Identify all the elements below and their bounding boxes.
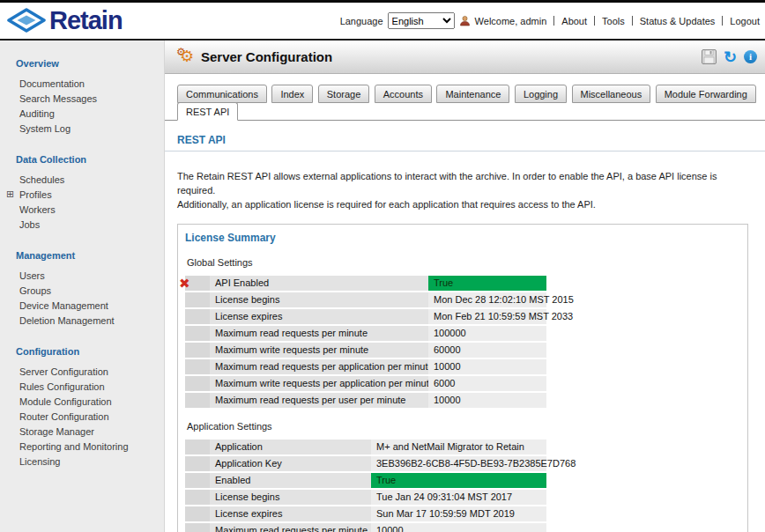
- sidebar-item-device-management[interactable]: Device Management: [0, 299, 164, 314]
- tab-index[interactable]: Index: [271, 85, 313, 103]
- row-status-cell: [185, 456, 210, 471]
- row-status-cell: [185, 473, 210, 488]
- description-line: The Retain REST API allows external appl…: [177, 170, 747, 198]
- license-summary-title: License Summary: [185, 232, 739, 244]
- sidebar-item-search-messages[interactable]: Search Messages: [0, 92, 164, 107]
- table-row: Application Key 3EB396B2-6CB8-4F5D-BE93-…: [185, 456, 739, 471]
- row-value: 10000: [371, 523, 546, 532]
- tools-link[interactable]: Tools: [602, 16, 625, 26]
- sidebar-item-storage-manager[interactable]: Storage Manager: [0, 425, 164, 440]
- tab-logging[interactable]: Logging: [515, 85, 567, 103]
- retain-logo[interactable]: Retain: [7, 7, 123, 33]
- refresh-button[interactable]: ↻: [724, 49, 737, 65]
- info-icon: i: [744, 50, 757, 63]
- sidebar-item-schedules[interactable]: Schedules: [0, 173, 164, 188]
- global-settings-label: Global Settings: [187, 257, 739, 268]
- tab-maintenance[interactable]: Maintenance: [436, 85, 509, 103]
- sidebar-item-label: Profiles: [19, 189, 52, 200]
- logout-link[interactable]: Logout: [730, 16, 760, 26]
- sidebar: Overview Documentation Search Messages A…: [0, 41, 165, 532]
- sidebar-item-users[interactable]: Users: [0, 269, 164, 284]
- language-label: Language: [340, 16, 383, 26]
- rest-api-description: The Retain REST API allows external appl…: [177, 170, 747, 212]
- table-row: ✖ API Enabled True: [185, 276, 739, 291]
- tab-miscellaneous[interactable]: Miscellaneous: [572, 85, 651, 103]
- status-updates-link[interactable]: Status & Updates: [640, 16, 716, 26]
- row-status-cell: [185, 440, 210, 454]
- body-row: Overview Documentation Search Messages A…: [0, 41, 765, 532]
- sidebar-item-server-configuration[interactable]: Server Configuration: [0, 365, 164, 380]
- tab-bar: Communications Index Storage Accounts Ma…: [165, 85, 765, 121]
- top-header: Retain Language English Welcome, admin A…: [0, 0, 765, 41]
- row-status-cell: [185, 359, 210, 374]
- expand-icon[interactable]: ⊞: [6, 188, 14, 200]
- save-icon: [702, 49, 717, 64]
- sidebar-heading-data-collection[interactable]: Data Collection: [16, 154, 164, 165]
- sidebar-item-rules-configuration[interactable]: Rules Configuration: [0, 380, 164, 395]
- row-status-cell: [185, 309, 210, 324]
- row-label: API Enabled: [210, 276, 428, 291]
- row-label: Maximum write requests per minute: [210, 343, 428, 358]
- table-row: Maximum read requests per minute 100000: [185, 326, 739, 341]
- sidebar-item-licensing[interactable]: Licensing: [0, 454, 164, 469]
- title-actions: ↻ i: [702, 49, 757, 65]
- retain-logo-icon: [7, 8, 46, 33]
- row-status-cell: [185, 490, 210, 505]
- row-status-cell: ✖: [185, 276, 210, 291]
- row-value: 10000: [428, 393, 546, 408]
- sidebar-item-auditing[interactable]: Auditing: [0, 107, 164, 122]
- divider: [553, 16, 554, 26]
- row-label: Maximum read requests per user per minut…: [210, 393, 428, 408]
- server-configuration-icon: ⚙ ⚙: [176, 47, 197, 68]
- tab-storage[interactable]: Storage: [318, 85, 370, 103]
- main-content: ⚙ ⚙ Server Configuration ↻: [165, 41, 765, 532]
- rest-api-section-title: REST API: [177, 134, 226, 146]
- sidebar-heading-overview[interactable]: Overview: [16, 58, 164, 69]
- row-value: True: [371, 473, 546, 488]
- tab-communications[interactable]: Communications: [177, 85, 267, 103]
- divider: [594, 16, 595, 26]
- table-row: Maximum read requests per application pe…: [185, 359, 739, 374]
- topbar-controls: Language English Welcome, admin About To…: [340, 3, 760, 39]
- row-status-cell: [185, 393, 210, 408]
- row-value: Mon Dec 28 12:02:10 MST 2015: [428, 292, 546, 307]
- row-label: Enabled: [210, 473, 371, 488]
- sidebar-item-deletion-management[interactable]: Deletion Management: [0, 314, 164, 329]
- sidebar-item-profiles[interactable]: ⊞ Profiles: [0, 188, 164, 203]
- sidebar-item-documentation[interactable]: Documentation: [0, 77, 164, 92]
- rest-api-section-header: REST API: [165, 131, 765, 151]
- table-row: Application M+ and NetMail Migrator to R…: [185, 440, 739, 454]
- gear-icon: ⚙: [180, 48, 194, 64]
- row-status-cell: [185, 343, 210, 358]
- row-status-cell: [185, 292, 210, 307]
- sidebar-heading-configuration[interactable]: Configuration: [16, 346, 164, 357]
- tab-module-forwarding[interactable]: Module Forwarding: [656, 85, 756, 103]
- sidebar-item-module-configuration[interactable]: Module Configuration: [0, 395, 164, 410]
- page-title-bar: ⚙ ⚙ Server Configuration ↻: [165, 41, 765, 74]
- tab-rest-api[interactable]: REST API: [177, 102, 238, 121]
- sidebar-item-system-log[interactable]: System Log: [0, 122, 164, 137]
- save-button[interactable]: [702, 49, 717, 64]
- global-settings-table: ✖ API Enabled True License begins Mon De…: [185, 276, 739, 408]
- application-settings-table: Application M+ and NetMail Migrator to R…: [185, 440, 739, 532]
- sidebar-heading-management[interactable]: Management: [16, 250, 164, 261]
- description-line: Additionally, an application license is …: [177, 198, 747, 212]
- row-label: Application Key: [210, 456, 371, 471]
- sidebar-item-router-configuration[interactable]: Router Configuration: [0, 410, 164, 425]
- row-label: Maximum read requests per minute: [210, 523, 371, 532]
- language-select[interactable]: English: [388, 12, 455, 29]
- row-value: Mon Feb 21 10:59:59 MST 2033: [428, 309, 546, 324]
- sidebar-item-groups[interactable]: Groups: [0, 284, 164, 299]
- table-row: Maximum read requests per minute 10000: [185, 523, 739, 532]
- sidebar-item-reporting-and-monitoring[interactable]: Reporting and Monitoring: [0, 440, 164, 454]
- info-button[interactable]: i: [744, 50, 757, 63]
- sidebar-item-workers[interactable]: Workers: [0, 203, 164, 218]
- table-row: Maximum write requests per minute 60000: [185, 343, 739, 358]
- retain-app: Retain Language English Welcome, admin A…: [0, 0, 765, 532]
- sidebar-item-jobs[interactable]: Jobs: [0, 218, 164, 233]
- row-label: License expires: [210, 506, 371, 521]
- row-value: M+ and NetMail Migrator to Retain: [371, 440, 546, 454]
- row-status-cell: [185, 506, 210, 521]
- about-link[interactable]: About: [561, 16, 587, 26]
- tab-accounts[interactable]: Accounts: [375, 85, 432, 103]
